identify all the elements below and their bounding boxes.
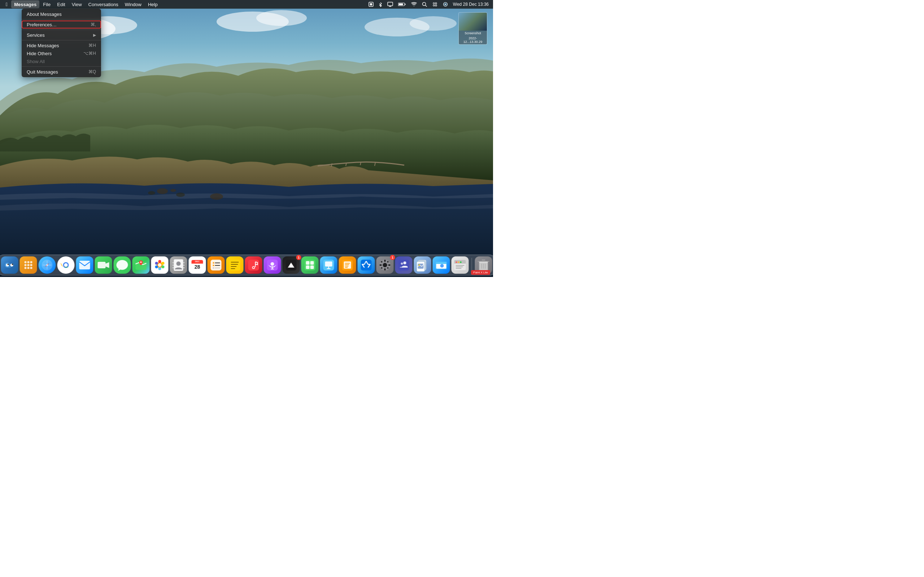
dock-item-messages[interactable] [114, 256, 131, 274]
svg-point-19 [422, 3, 426, 6]
svg-rect-114 [388, 264, 391, 266]
dock-item-settings[interactable]: 1 [376, 256, 394, 274]
apple-menu[interactable]:  [3, 0, 10, 8]
menubar-conversations[interactable]: Conversations [86, 0, 121, 8]
menubar-messages[interactable]: Messages [11, 0, 39, 8]
svg-rect-104 [345, 263, 350, 264]
thumbnail-sublabel: 2022-12...13.30.29 [459, 36, 487, 44]
dock-item-contacts[interactable] [170, 256, 187, 274]
svg-rect-94 [306, 261, 310, 265]
menu-item-preferences[interactable]: Preferences… ⌘, [22, 21, 101, 29]
svg-point-36 [27, 264, 30, 266]
svg-point-57 [155, 266, 158, 268]
dock-item-pages[interactable] [339, 256, 356, 274]
dock-item-calendar[interactable]: DEC 28 [189, 256, 206, 274]
svg-point-121 [401, 263, 403, 265]
messages-menu: About Messages Preferences… ⌘, Services … [22, 9, 101, 77]
menu-item-about[interactable]: About Messages [22, 10, 101, 18]
svg-point-11 [176, 193, 185, 197]
dock-item-facetime[interactable] [95, 256, 112, 274]
siri-icon[interactable] [441, 0, 449, 8]
dock-item-finder[interactable] [1, 256, 18, 274]
search-icon[interactable] [420, 0, 428, 8]
svg-point-30 [8, 264, 9, 265]
control-center-icon[interactable] [431, 0, 439, 8]
menu-separator-2 [22, 29, 101, 30]
svg-point-9 [148, 191, 155, 195]
menu-item-about-label: About Messages [27, 11, 96, 17]
dock-item-teams[interactable] [395, 256, 412, 274]
svg-point-39 [27, 267, 30, 269]
dock-item-preview[interactable] [414, 256, 431, 274]
dock-item-mail[interactable] [76, 256, 94, 274]
dock-item-imageview[interactable] [433, 256, 450, 274]
dock-item-maps[interactable] [132, 256, 150, 274]
svg-point-32 [24, 261, 27, 263]
menu-item-quit-shortcut: ⌘Q [89, 69, 96, 74]
menubar-window[interactable]: Window [122, 0, 144, 8]
bluetooth-icon[interactable] [377, 0, 384, 8]
dock-item-finder2[interactable] [452, 256, 469, 274]
menu-item-services[interactable]: Services ▶ [22, 31, 101, 39]
svg-point-40 [30, 267, 32, 269]
svg-rect-119 [399, 259, 409, 271]
screen-record-icon[interactable] [367, 0, 375, 8]
menubar-edit[interactable]: Edit [54, 0, 68, 8]
svg-rect-62 [173, 262, 174, 263]
svg-rect-134 [456, 261, 457, 263]
svg-rect-18 [399, 3, 403, 5]
menu-item-preferences-shortcut: ⌘, [90, 22, 96, 27]
dock-item-photos[interactable] [151, 256, 168, 274]
svg-point-38 [24, 267, 27, 269]
svg-point-20 [433, 3, 435, 4]
dock-item-safari[interactable] [39, 256, 56, 274]
svg-point-44 [47, 264, 48, 266]
dock-item-reminders[interactable] [208, 256, 225, 274]
svg-rect-137 [456, 265, 465, 266]
menubar-help[interactable]: Help [145, 0, 161, 8]
svg-point-78 [213, 267, 215, 269]
menu-item-hideothers[interactable]: Hide Others ⌥⌘H [22, 49, 101, 57]
svg-rect-107 [345, 267, 348, 268]
menubar-view[interactable]: View [69, 0, 85, 8]
svg-point-87 [253, 267, 254, 268]
svg-rect-105 [345, 264, 349, 265]
svg-point-130 [440, 264, 444, 268]
menu-item-hideothers-label: Hide Others [27, 51, 76, 56]
svg-point-23 [435, 5, 437, 6]
svg-point-58 [155, 262, 158, 265]
menu-item-preferences-label: Preferences… [27, 22, 83, 27]
svg-point-61 [176, 261, 181, 266]
dock-item-numbers[interactable] [301, 256, 319, 274]
svg-rect-65 [183, 262, 185, 263]
dock-item-appletv[interactable]: 1 [283, 256, 300, 274]
menu-item-hide[interactable]: Hide Messages ⌘H [22, 42, 101, 49]
svg-point-54 [162, 262, 164, 265]
wifi-icon[interactable] [410, 0, 418, 8]
dock-item-notes[interactable] [226, 256, 244, 274]
svg-point-55 [162, 266, 164, 268]
screenshot-thumbnail[interactable]: Screenshot 2022-12...13.30.29 [459, 12, 487, 45]
svg-rect-139 [456, 268, 462, 269]
svg-rect-66 [183, 265, 185, 266]
menu-item-showall[interactable]: Show All [22, 57, 101, 65]
menu-item-hideothers-shortcut: ⌥⌘H [83, 51, 96, 56]
battery-icon[interactable] [397, 0, 407, 8]
menu-item-hide-shortcut: ⌘H [89, 43, 96, 48]
dock-item-appstore[interactable] [358, 256, 375, 274]
menu-item-quit[interactable]: Quit Messages ⌘Q [22, 68, 101, 76]
datetime-display[interactable]: Wed 28 Dec 13:36 [452, 0, 490, 8]
menu-item-services-label: Services [27, 32, 89, 38]
dock-item-podcasts[interactable] [264, 256, 281, 274]
dock-item-keynote[interactable] [320, 256, 338, 274]
svg-point-76 [213, 265, 215, 266]
menu-item-services-arrow: ▶ [93, 33, 96, 37]
dock-item-launchpad[interactable] [20, 256, 37, 274]
dock: DEC 28 [0, 255, 493, 276]
dock-item-chrome[interactable] [57, 256, 75, 274]
dock-item-music[interactable] [245, 256, 262, 274]
menubar-right: Wed 28 Dec 13:36 [367, 0, 490, 8]
display-icon[interactable] [386, 0, 394, 8]
svg-point-8 [157, 188, 168, 194]
menubar-file[interactable]: File [40, 0, 53, 8]
